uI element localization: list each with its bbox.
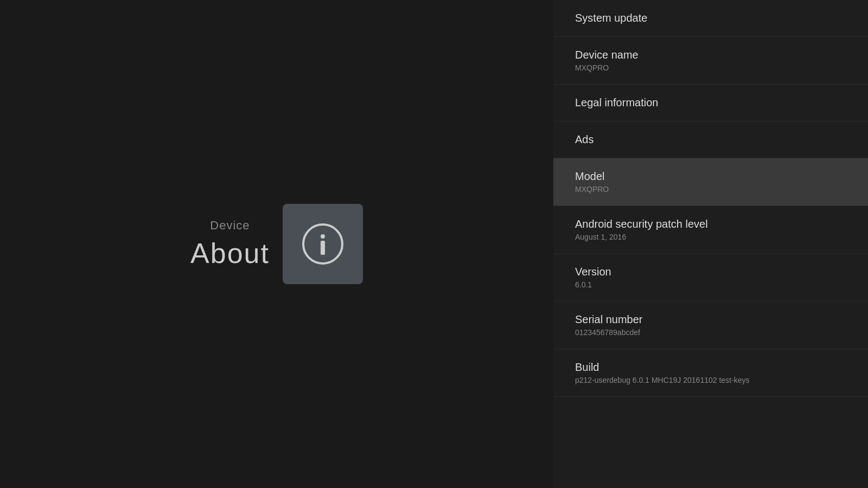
menu-item-subtitle-device-name: MXQPRO xyxy=(575,63,846,72)
menu-item-model[interactable]: ModelMXQPRO xyxy=(553,158,868,206)
menu-item-system-update[interactable]: System update xyxy=(553,0,868,37)
menu-item-device-name[interactable]: Device nameMXQPRO xyxy=(553,37,868,85)
menu-item-title-build: Build xyxy=(575,361,846,374)
device-label: Device xyxy=(210,219,250,233)
svg-rect-2 xyxy=(321,241,325,255)
menu-item-serial-number[interactable]: Serial number0123456789abcdef xyxy=(553,301,868,349)
menu-item-title-ads: Ads xyxy=(575,133,846,146)
menu-item-subtitle-model: MXQPRO xyxy=(575,185,846,194)
menu-item-title-device-name: Device name xyxy=(575,49,846,61)
menu-item-android-security-patch-level[interactable]: Android security patch levelAugust 1, 20… xyxy=(553,206,868,254)
menu-item-version[interactable]: Version6.0.1 xyxy=(553,254,868,301)
menu-item-title-model: Model xyxy=(575,170,846,183)
menu-item-title-android-security-patch-level: Android security patch level xyxy=(575,218,846,230)
menu-item-subtitle-version: 6.0.1 xyxy=(575,280,846,289)
menu-item-title-system-update: System update xyxy=(575,12,846,24)
menu-item-title-legal-information: Legal information xyxy=(575,97,846,109)
menu-item-build[interactable]: Buildp212-userdebug 6.0.1 MHC19J 2016110… xyxy=(553,349,868,397)
device-title: About xyxy=(190,237,270,269)
left-panel: Device About xyxy=(0,0,553,488)
menu-item-ads[interactable]: Ads xyxy=(553,121,868,158)
menu-item-title-version: Version xyxy=(575,266,846,278)
device-info: Device About xyxy=(190,219,270,269)
menu-item-subtitle-android-security-patch-level: August 1, 2016 xyxy=(575,233,846,241)
svg-point-1 xyxy=(321,234,325,239)
about-icon-box xyxy=(283,204,363,284)
menu-item-subtitle-serial-number: 0123456789abcdef xyxy=(575,328,846,337)
menu-item-title-serial-number: Serial number xyxy=(575,313,846,326)
device-about-row: Device About xyxy=(190,204,363,284)
menu-item-legal-information[interactable]: Legal information xyxy=(553,85,868,121)
right-panel: System updateDevice nameMXQPROLegal info… xyxy=(553,0,868,488)
info-icon xyxy=(301,222,344,266)
menu-item-subtitle-build: p212-userdebug 6.0.1 MHC19J 20161102 tes… xyxy=(575,376,846,384)
